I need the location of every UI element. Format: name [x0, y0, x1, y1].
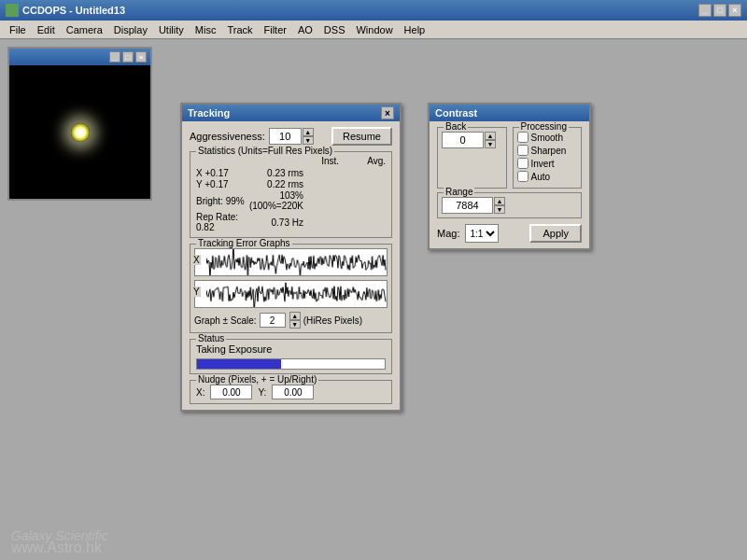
processing-label: Processing [519, 121, 569, 132]
star-viewer-window: _ □ × [7, 47, 152, 201]
statistics-group: Statistics (Units=Full Res Pixels) Inst.… [190, 151, 392, 238]
menu-edit[interactable]: Edit [32, 23, 61, 36]
range-group: Range ▲ ▼ [437, 192, 582, 218]
minimize-button[interactable]: _ [698, 4, 712, 17]
invert-label: Invert [531, 159, 555, 169]
menu-bar: File Edit Camera Display Utility Misc Tr… [0, 21, 747, 39]
star-canvas [9, 65, 150, 199]
nudge-x-input[interactable] [210, 385, 252, 399]
contrast-dialog-titlebar: Contrast [430, 105, 589, 121]
range-spinner: ▲ ▼ [494, 197, 505, 214]
menu-utility[interactable]: Utility [153, 23, 190, 36]
contrast-body: Back ▲ ▼ Processing Smooth [430, 121, 589, 248]
scale-spin-up[interactable]: ▲ [289, 312, 301, 320]
maximize-button[interactable]: □ [713, 4, 726, 17]
watermark-line1: Galaxy Scientific [11, 528, 107, 543]
menu-file[interactable]: File [4, 23, 32, 36]
tracking-dialog-close[interactable]: × [381, 106, 394, 119]
status-text: Taking Exposure [196, 343, 386, 355]
scale-unit: (HiRes Pixels) [303, 315, 362, 326]
back-label: Back [444, 121, 468, 132]
back-input[interactable] [442, 132, 484, 148]
nudge-x-label: X: [196, 387, 204, 398]
star-glow [71, 123, 90, 142]
menu-help[interactable]: Help [399, 23, 431, 36]
back-spin-up[interactable]: ▲ [485, 132, 496, 140]
close-button[interactable]: × [728, 4, 741, 17]
aggressiveness-input[interactable] [269, 128, 302, 145]
stats-y-avg: 0.22 rms [247, 179, 303, 189]
nudge-y-label: Y: [258, 387, 266, 398]
mag-select[interactable]: 1:1 2:1 3:1 1:2 1:3 [465, 224, 499, 243]
aggr-spin-down[interactable]: ▼ [303, 136, 314, 145]
progress-bar-fill [197, 359, 281, 369]
range-spin-down[interactable]: ▼ [494, 205, 505, 214]
stats-rep-row: Rep Rate: 0.82 0.73 Hz [196, 212, 386, 232]
watermark-line2: www.Astro.hk [11, 539, 102, 556]
range-input[interactable] [442, 197, 493, 214]
aggressiveness-row: Aggressiveness: ▲ ▼ Resume [190, 127, 392, 146]
smooth-label: Smooth [531, 133, 563, 143]
nudge-y-input[interactable] [272, 385, 314, 399]
back-group: Back ▲ ▼ [437, 127, 507, 189]
menu-filter[interactable]: Filter [259, 23, 292, 36]
resume-button[interactable]: Resume [331, 127, 392, 146]
scale-spinner: ▲ ▼ [289, 312, 301, 329]
stats-x-avg: 0.23 rms [247, 168, 303, 178]
contrast-dialog-title: Contrast [435, 107, 477, 119]
menu-display[interactable]: Display [108, 23, 153, 36]
auto-row: Auto [517, 171, 578, 182]
title-bar-buttons: _ □ × [698, 4, 741, 17]
menu-dss[interactable]: DSS [318, 23, 351, 36]
invert-checkbox[interactable] [517, 158, 529, 169]
aggr-spin-up[interactable]: ▲ [303, 128, 314, 136]
star-viewer-close[interactable]: × [135, 51, 147, 63]
stats-x-row: X +0.17 0.23 rms [196, 168, 386, 178]
nudge-group: Nudge (Pixels, + = Up/Right) X: Y: [190, 380, 392, 404]
auto-checkbox[interactable] [517, 171, 529, 182]
graphs-group-label: Tracking Error Graphs [196, 238, 292, 248]
stats-group-label: Statistics (Units=Full Res Pixels) [196, 146, 334, 156]
sharpen-row: Sharpen [517, 145, 578, 156]
aggressiveness-spinner: ▲ ▼ [303, 128, 314, 145]
star-viewer-controls: _ □ × [109, 51, 147, 63]
scale-label: Graph ± Scale: [194, 315, 257, 326]
smooth-row: Smooth [517, 132, 578, 143]
stats-rep-avg: 0.73 Hz [247, 217, 303, 228]
invert-row: Invert [517, 158, 578, 169]
menu-ao[interactable]: AO [292, 23, 318, 36]
smooth-checkbox[interactable] [517, 132, 529, 143]
stats-header: Inst. Avg. [196, 156, 386, 166]
scale-input[interactable] [260, 313, 286, 328]
star-viewer-minimize[interactable]: _ [109, 51, 120, 63]
menu-misc[interactable]: Misc [190, 23, 222, 36]
inst-header: Inst. [321, 156, 339, 166]
apply-button[interactable]: Apply [529, 224, 582, 243]
processing-group: Processing Smooth Sharpen Invert [513, 127, 583, 189]
avg-header: Avg. [367, 156, 386, 166]
x-graph-label: X [192, 255, 201, 265]
y-graph-label: Y [192, 287, 201, 297]
x-graph-area [194, 248, 388, 276]
sharpen-checkbox[interactable] [517, 145, 529, 156]
back-spin-down[interactable]: ▼ [485, 140, 496, 148]
stats-rep-label: Rep Rate: 0.82 [196, 212, 247, 232]
sharpen-label: Sharpen [531, 146, 567, 156]
tracking-dialog-title: Tracking [188, 107, 230, 119]
tracking-dialog-body: Aggressiveness: ▲ ▼ Resume Statistics (U… [182, 121, 400, 410]
star-viewer-maximize[interactable]: □ [122, 51, 134, 63]
y-graph-area [194, 280, 388, 308]
range-label: Range [444, 187, 474, 197]
mag-row: Mag: 1:1 2:1 3:1 1:2 1:3 Apply [437, 224, 582, 243]
contrast-dialog: Contrast Back ▲ ▼ Processing [428, 103, 591, 250]
progress-bar [196, 358, 386, 370]
title-bar: CCDOPS - Untitled13 _ □ × [0, 0, 747, 21]
scale-spin-down[interactable]: ▼ [289, 320, 301, 329]
app-title: CCDOPS - Untitled13 [22, 5, 125, 16]
menu-camera[interactable]: Camera [61, 23, 108, 36]
tracking-dialog-titlebar: Tracking × [182, 105, 400, 121]
back-spinner: ▲ ▼ [485, 132, 496, 148]
menu-window[interactable]: Window [350, 23, 398, 36]
menu-track[interactable]: Track [221, 23, 258, 36]
range-spin-up[interactable]: ▲ [494, 197, 505, 205]
